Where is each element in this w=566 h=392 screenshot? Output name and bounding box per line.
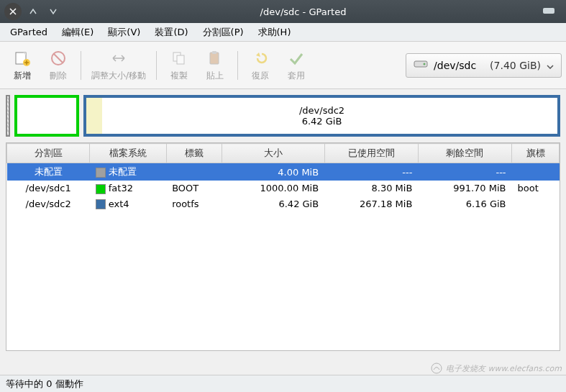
cell-used: 267.18 MiB [324,196,418,212]
svg-rect-6 [177,55,184,64]
cell-flags [512,196,560,212]
visual-unallocated[interactable] [6,95,10,137]
delete-button: 刪除 [40,45,76,86]
svg-point-10 [424,63,426,65]
paste-button: 貼上 [197,45,233,86]
cell-label [166,163,222,181]
device-size: (7.40 GiB) [490,60,541,71]
new-button[interactable]: 新增 [4,45,40,86]
cell-label: BOOT [166,181,222,196]
new-icon [14,48,31,68]
col-flags[interactable]: 旗標 [512,144,560,163]
visual-main-size: 6.42 GiB [299,116,344,127]
apply-button: 套用 [278,45,314,86]
svg-rect-8 [212,51,216,54]
col-size[interactable]: 大小 [222,144,324,163]
fs-swatch-icon [96,184,106,194]
delete-icon [50,48,67,68]
cell-unused: --- [418,163,511,181]
apply-icon [288,48,305,68]
status-text: 等待中的 0 個動作 [6,378,83,391]
cell-used: --- [324,163,418,181]
copy-label: 複製 [170,70,188,82]
menu-partition[interactable]: 分割區(P) [196,24,251,41]
undo-button: 復原 [242,45,278,86]
delete-label: 刪除 [50,70,67,82]
device-name: /dev/sdc [434,60,484,71]
menubar: GParted 編輯(E) 顯示(V) 裝置(D) 分割區(P) 求助(H) [0,23,566,42]
cell-partition: /dev/sdc2 [7,196,90,212]
visual-sdc1[interactable] [14,95,79,137]
close-button[interactable] [4,3,22,20]
toolbar-separator [237,51,238,80]
chevron-down-icon [547,60,554,71]
apply-label: 套用 [288,70,305,82]
cell-size: 1000.00 MiB [222,181,324,196]
window-menu-icon[interactable] [543,6,560,17]
paste-label: 貼上 [206,70,224,82]
col-label[interactable]: 標籤 [166,144,222,163]
svg-rect-0 [543,8,554,14]
menu-view[interactable]: 顯示(V) [101,24,147,41]
cell-unused: 991.70 MiB [418,181,511,196]
minimize-down-button[interactable] [45,3,62,20]
cell-filesystem: 未配置 [90,163,166,181]
cell-partition: 未配置 [7,163,90,181]
col-partition[interactable]: 分割區 [7,144,90,163]
cell-label: rootfs [166,196,222,212]
table-row[interactable]: /dev/sdc2ext4rootfs6.42 GiB267.18 MiB6.1… [7,196,560,212]
svg-point-11 [432,363,442,373]
watermark: 电子发烧友 www.elecfans.com [430,362,562,375]
undo-icon [252,48,269,68]
menu-device[interactable]: 裝置(D) [147,24,195,41]
svg-rect-7 [210,53,219,64]
fs-swatch-icon [96,168,106,178]
resize-icon [110,48,127,68]
col-used[interactable]: 已使用空間 [324,144,418,163]
cell-flags: boot [512,181,560,196]
table-row[interactable]: /dev/sdc1fat32BOOT1000.00 MiB8.30 MiB991… [7,181,560,196]
col-unused[interactable]: 剩餘空間 [418,144,511,163]
cell-size: 4.00 MiB [222,163,324,181]
cell-unused: 6.16 GiB [418,196,511,212]
copy-icon [170,48,188,68]
visual-main-name: /dev/sdc2 [299,105,344,116]
statusbar: 等待中的 0 個動作 [0,375,566,392]
undo-label: 復原 [252,70,269,82]
paste-icon [206,48,224,68]
partition-table: 分割區 檔案系統 標籤 大小 已使用空間 剩餘空間 旗標 未配置未配置4.00 … [6,142,560,351]
watermark-brand: 电子发烧友 [446,363,485,374]
watermark-url: www.elecfans.com [488,364,562,373]
new-label: 新增 [14,70,31,82]
disk-icon [414,59,428,71]
partition-visual: /dev/sdc2 6.42 GiB [6,95,560,137]
menu-help[interactable]: 求助(H) [251,24,298,41]
cell-filesystem: ext4 [90,196,166,212]
visual-sdc2-used [86,98,102,134]
cell-filesystem: fat32 [90,181,166,196]
toolbar-separator [81,51,81,80]
resize-button: 調整大小/移動 [86,45,152,86]
resize-label: 調整大小/移動 [91,70,146,82]
visual-sdc2[interactable]: /dev/sdc2 6.42 GiB [83,95,560,137]
menu-edit[interactable]: 編輯(E) [55,24,101,41]
menu-gparted[interactable]: GParted [3,24,55,40]
maximize-up-button[interactable] [24,3,42,20]
toolbar-separator [156,51,157,80]
toolbar: 新增 刪除 調整大小/移動 複製 貼上 復原 套用 [0,42,566,89]
cell-size: 6.42 GiB [222,196,324,212]
device-selector[interactable]: /dev/sdc (7.40 GiB) [406,53,562,78]
table-row[interactable]: 未配置未配置4.00 MiB------ [7,163,560,181]
copy-button: 複製 [161,45,197,86]
col-filesystem[interactable]: 檔案系統 [90,144,166,163]
cell-used: 8.30 MiB [324,181,418,196]
cell-partition: /dev/sdc1 [7,181,90,196]
fs-swatch-icon [96,199,106,209]
cell-flags [512,163,560,181]
titlebar: /dev/sdc - GParted [0,0,566,23]
window-title: /dev/sdc - GParted [63,6,543,17]
